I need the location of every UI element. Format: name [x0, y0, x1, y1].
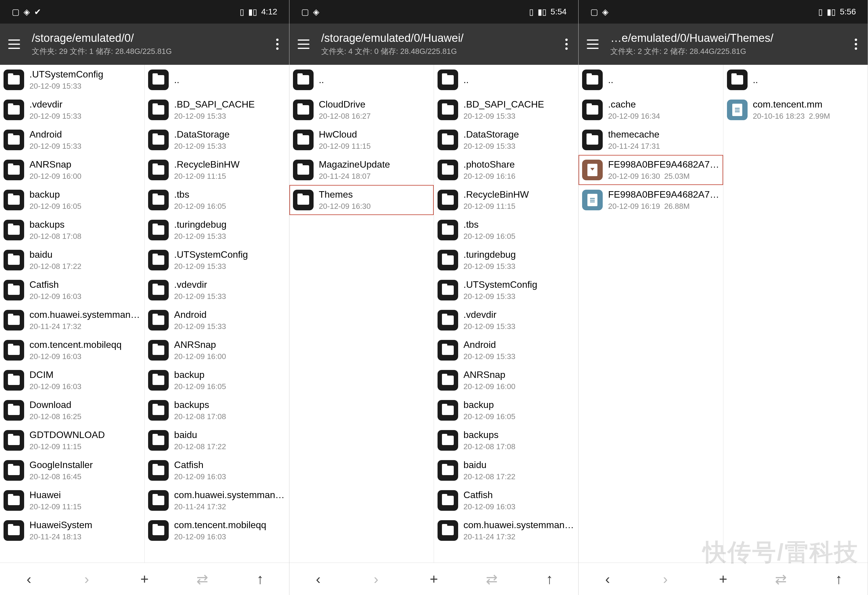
path-text[interactable]: /storage/emulated/0/ [32, 32, 274, 44]
list-item[interactable]: HuaweiSystem20-11-24 18:13 [0, 515, 144, 546]
list-item[interactable]: baidu20-12-08 17:22 [434, 455, 578, 485]
plus-icon: + [140, 571, 149, 587]
list-item[interactable]: backup20-12-09 16:05 [434, 395, 578, 425]
list-item[interactable]: MagazineUpdate20-11-24 18:07 [289, 155, 434, 185]
list-item[interactable]: .. [145, 65, 289, 95]
list-item[interactable]: DCIM20-12-09 16:03 [0, 365, 144, 395]
hamburger-icon[interactable] [297, 37, 311, 51]
list-item[interactable]: com.tencent.mobileqq20-12-09 16:03 [145, 515, 289, 546]
list-item[interactable]: .turingdebug20-12-09 15:33 [145, 215, 289, 245]
list-item[interactable]: com.tencent.mobileqq20-12-09 16:03 [0, 335, 144, 365]
list-item[interactable]: HwCloud20-12-09 11:15 [289, 125, 434, 155]
list-item[interactable]: themecache20-11-24 17:31 [579, 125, 723, 155]
list-item[interactable]: .BD_SAPI_CACHE20-12-09 15:33 [145, 95, 289, 125]
list-item[interactable]: Android20-12-09 15:33 [0, 125, 144, 155]
list-item[interactable]: ANRSnap20-12-09 16:00 [0, 155, 144, 185]
list-item[interactable]: .. [723, 65, 868, 95]
right-column[interactable]: ...BD_SAPI_CACHE20-12-09 15:33.DataStora… [434, 65, 578, 562]
hamburger-icon[interactable] [586, 37, 600, 51]
list-item[interactable]: Huawei20-12-09 11:15 [0, 485, 144, 515]
list-item[interactable]: .DataStorage20-12-09 15:33 [145, 125, 289, 155]
list-item[interactable]: .. [434, 65, 578, 95]
back-button[interactable]: ‹ [310, 570, 327, 588]
list-item[interactable]: .UTSystemConfig20-12-09 15:33 [0, 65, 144, 95]
left-column[interactable]: ..CloudDrive20-12-08 16:27HwCloud20-12-0… [289, 65, 434, 562]
left-column[interactable]: ...cache20-12-09 16:34themecache20-11-24… [579, 65, 723, 562]
hamburger-icon[interactable] [7, 37, 21, 51]
swap-button[interactable]: ⇄ [193, 570, 211, 588]
add-button[interactable]: + [136, 570, 154, 588]
list-item[interactable]: com.huawei.systemmanager_TMF_TMS20-11-24… [145, 485, 289, 515]
list-item[interactable]: .vdevdir20-12-09 15:33 [0, 95, 144, 125]
forward-button[interactable]: › [657, 570, 674, 588]
list-item[interactable]: .UTSystemConfig20-12-09 15:33 [145, 245, 289, 275]
folder-icon [148, 430, 169, 451]
left-column[interactable]: .UTSystemConfig20-12-09 15:33.vdevdir20-… [0, 65, 144, 562]
list-item[interactable]: .RecycleBinHW20-12-09 11:15 [145, 155, 289, 185]
item-name: com.tencent.mobileqq [30, 339, 141, 350]
list-item[interactable]: Catfish20-12-09 16:03 [0, 275, 144, 305]
up-button[interactable]: ↑ [540, 570, 558, 588]
list-item[interactable]: GDTDOWNLOAD20-12-09 11:15 [0, 425, 144, 455]
list-item[interactable]: backup20-12-09 16:05 [145, 365, 289, 395]
list-item[interactable]: .tbs20-12-09 16:05 [145, 185, 289, 215]
more-icon[interactable] [852, 36, 859, 52]
list-item[interactable]: backups20-12-08 17:08 [434, 425, 578, 455]
add-button[interactable]: + [714, 570, 732, 588]
list-item[interactable]: com.huawei.systemmanager_TMF_TMS20-11-24… [434, 515, 578, 546]
columns: ...cache20-12-09 16:34themecache20-11-24… [579, 65, 868, 562]
list-item[interactable]: CloudDrive20-12-08 16:27 [289, 95, 434, 125]
list-item[interactable]: baidu20-12-08 17:22 [145, 425, 289, 455]
item-name: baidu [464, 459, 575, 471]
list-item[interactable]: com.huawei.systemmanager_TMF_TMS20-11-24… [0, 305, 144, 335]
back-button[interactable]: ‹ [599, 570, 616, 588]
list-item[interactable]: backups20-12-08 17:08 [0, 215, 144, 245]
right-column[interactable]: ...BD_SAPI_CACHE20-12-09 15:33.DataStora… [144, 65, 289, 562]
forward-button[interactable]: › [367, 570, 385, 588]
forward-button[interactable]: › [78, 570, 95, 588]
item-name: .. [319, 74, 430, 86]
list-item[interactable]: .turingdebug20-12-09 15:33 [434, 245, 578, 275]
list-item[interactable]: Catfish20-12-09 16:03 [434, 485, 578, 515]
up-button[interactable]: ↑ [251, 570, 269, 588]
list-item[interactable]: ANRSnap20-12-09 16:00 [145, 335, 289, 365]
list-item[interactable]: Android20-12-09 15:33 [145, 305, 289, 335]
path-text[interactable]: /storage/emulated/0/Huawei/ [321, 32, 563, 44]
up-button[interactable]: ↑ [830, 570, 848, 588]
list-item[interactable]: .vdevdir20-12-09 15:33 [434, 305, 578, 335]
list-item[interactable]: GoogleInstaller20-12-08 16:45 [0, 455, 144, 485]
list-item[interactable]: .tbs20-12-09 16:05 [434, 215, 578, 245]
list-item[interactable]: backup20-12-09 16:05 [0, 185, 144, 215]
add-button[interactable]: + [425, 570, 443, 588]
list-item[interactable]: Download20-12-08 16:25 [0, 395, 144, 425]
plus-icon: + [430, 571, 438, 587]
list-item[interactable]: Themes20-12-09 16:30 [289, 185, 434, 215]
list-item[interactable]: .. [289, 65, 434, 95]
list-item[interactable]: .UTSystemConfig20-12-09 15:33 [434, 275, 578, 305]
list-item[interactable]: baidu20-12-08 17:22 [0, 245, 144, 275]
list-item[interactable]: Android20-12-09 15:33 [434, 335, 578, 365]
list-item[interactable]: .photoShare20-12-09 16:16 [434, 155, 578, 185]
list-item[interactable]: FE998A0BFE9A4682A7E1F6CDE5E9160F.hwt.bak… [579, 185, 723, 215]
item-meta: 20-12-09 15:33 [464, 142, 575, 151]
list-item[interactable]: .RecycleBinHW20-12-09 11:15 [434, 185, 578, 215]
swap-button[interactable]: ⇄ [483, 570, 500, 588]
list-item[interactable]: Catfish20-12-09 16:03 [145, 455, 289, 485]
item-meta: 20-12-09 15:33 [30, 81, 141, 91]
list-item[interactable]: .. [579, 65, 723, 95]
path-text[interactable]: …e/emulated/0/Huawei/Themes/ [610, 32, 852, 44]
list-item[interactable]: .BD_SAPI_CACHE20-12-09 15:33 [434, 95, 578, 125]
more-icon[interactable] [274, 36, 281, 52]
list-item[interactable]: .cache20-12-09 16:34 [579, 95, 723, 125]
list-item[interactable]: FE998A0BFE9A4682A7E1F6CDE5E9160F.hwt20-1… [579, 155, 723, 185]
list-item[interactable]: .DataStorage20-12-09 15:33 [434, 125, 578, 155]
list-item[interactable]: .vdevdir20-12-09 15:33 [145, 275, 289, 305]
list-item[interactable]: backups20-12-08 17:08 [145, 395, 289, 425]
right-column[interactable]: ..com.tencent.mm20-10-16 18:232.99M [723, 65, 868, 562]
list-item[interactable]: com.tencent.mm20-10-16 18:232.99M [723, 95, 868, 125]
more-icon[interactable] [563, 36, 570, 52]
swap-button[interactable]: ⇄ [772, 570, 790, 588]
back-button[interactable]: ‹ [20, 570, 38, 588]
list-item[interactable]: ANRSnap20-12-09 16:00 [434, 365, 578, 395]
folder-icon [148, 250, 169, 270]
